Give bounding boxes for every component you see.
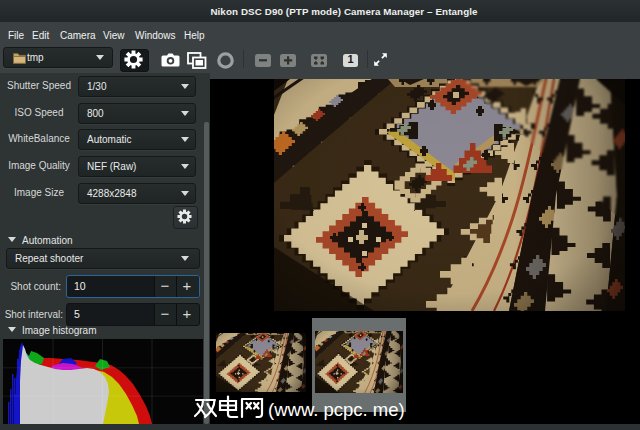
svg-text:(www. pcpc. me): (www. pcpc. me): [268, 399, 405, 420]
